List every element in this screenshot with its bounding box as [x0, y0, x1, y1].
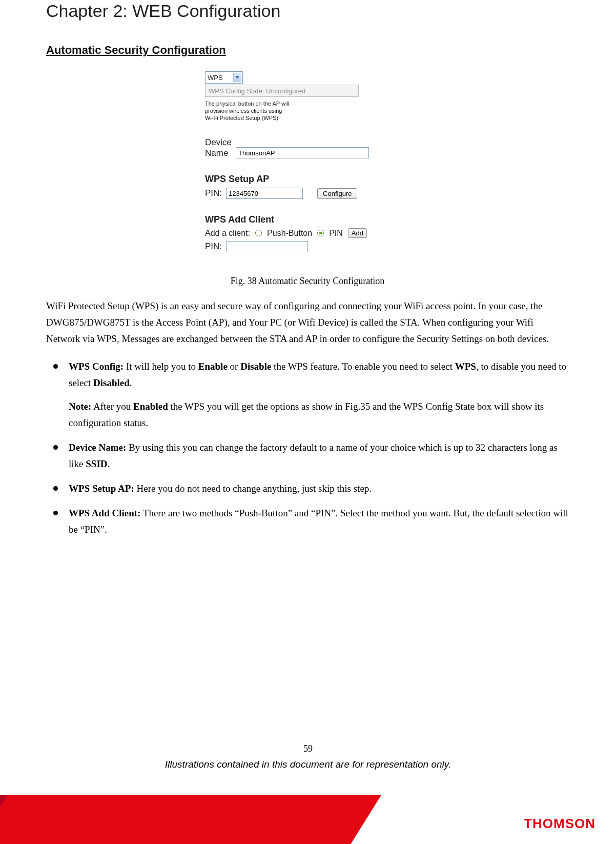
t: Here you do not need to change anything,…: [134, 483, 372, 494]
add-client-label: Add a client:: [205, 229, 250, 238]
device-name-row: Device Name: [205, 137, 410, 158]
bullet-label: WPS Add Client:: [69, 508, 140, 518]
note-label: Note:: [69, 401, 91, 412]
chapter-title: Chapter 2: WEB Configuration: [46, 1, 569, 21]
content-area: Chapter 2: WEB Configuration Automatic S…: [46, 0, 569, 546]
chevron-down-icon: [233, 73, 241, 82]
wps-client-pin-row: PIN:: [205, 241, 410, 252]
wps-setup-ap-heading: WPS Setup AP: [205, 174, 410, 185]
wps-add-client-row: Add a client: Push-Button PIN Add: [205, 228, 410, 238]
wps-hint-text: The physical button on the AP will provi…: [205, 100, 328, 122]
t: .: [108, 458, 110, 469]
push-button-radio-label: Push-Button: [267, 229, 312, 238]
t: It will help you to: [124, 361, 198, 372]
wps-config-select[interactable]: WPS: [205, 71, 243, 84]
device-label-line: Device: [205, 137, 232, 148]
hint-line: provision wireless clients using: [205, 107, 328, 114]
bullet-label: Device Name:: [69, 442, 126, 453]
bullet-list: WPS Config: It will help you to Enable o…: [46, 358, 569, 538]
wps-setup-pin-row: PIN: Configure: [205, 188, 410, 199]
figure-caption: Fig. 38 Automatic Security Configuration: [46, 276, 569, 287]
bullet-device-name: Device Name: By using this you can chang…: [46, 439, 569, 472]
wps-client-pin-label: PIN:: [205, 242, 222, 252]
wps-client-pin-input[interactable]: [226, 241, 308, 252]
pin-radio[interactable]: [317, 230, 324, 236]
bullet-wps-setup-ap: WPS Setup AP: Here you do not need to ch…: [46, 480, 569, 497]
device-name-label: Device Name: [205, 137, 232, 158]
hint-line: The physical button on the AP will: [205, 100, 328, 107]
section-title: Automatic Security Configuration: [46, 44, 569, 57]
hint-line: Wi-Fi Protected Setup (WPS): [205, 114, 328, 122]
device-name-input[interactable]: [236, 147, 369, 158]
footer-shape-light: [0, 795, 386, 844]
add-button[interactable]: Add: [348, 228, 367, 238]
configure-button[interactable]: Configure: [317, 188, 357, 199]
device-label-line: Name: [205, 148, 232, 158]
bullet-label: WPS Setup AP:: [69, 483, 134, 494]
page: Chapter 2: WEB Configuration Automatic S…: [0, 0, 616, 844]
intro-paragraph: WiFi Protected Setup (WPS) is an easy an…: [46, 298, 569, 347]
t: After you: [91, 401, 133, 412]
t: .: [130, 377, 132, 388]
figure-wrap: WPS WPS Config State: Unconfigured The p…: [46, 71, 569, 287]
bullet-label: WPS Config:: [69, 361, 124, 372]
bullet-wps-config: WPS Config: It will help you to Enable o…: [46, 358, 569, 431]
t: There are two methods “Push-Button” and …: [69, 508, 568, 535]
wps-setup-pin-input[interactable]: [226, 188, 303, 199]
t: By using this you can change the factory…: [69, 442, 558, 469]
bullet-wps-add-client: WPS Add Client: There are two methods “P…: [46, 505, 569, 538]
pin-radio-label: PIN: [329, 229, 343, 238]
emph: WPS: [455, 361, 476, 372]
wps-config-state-box: WPS Config State: Unconfigured: [205, 85, 359, 97]
wps-setup-pin-label: PIN:: [205, 188, 222, 198]
wps-ui-panel: WPS WPS Config State: Unconfigured The p…: [205, 71, 410, 252]
wps-add-client-heading: WPS Add Client: [205, 214, 410, 225]
wps-config-select-value: WPS: [208, 74, 223, 82]
emph: Disable: [240, 361, 271, 372]
emph: Enable: [198, 361, 228, 372]
footer-disclaimer: Illustrations contained in this document…: [0, 759, 616, 770]
emph: Enabled: [133, 401, 168, 412]
page-number: 59: [0, 743, 616, 754]
t: or: [228, 361, 240, 372]
push-button-radio[interactable]: [255, 230, 262, 236]
brand-logo: THOMSON: [524, 816, 596, 832]
bullet-note: Note: After you Enabled the WPS you will…: [69, 398, 569, 431]
footer-band: THOMSON: [0, 795, 616, 844]
emph: SSID: [86, 458, 107, 469]
t: the WPS feature. To enable you need to s…: [271, 361, 455, 372]
emph: Disabled: [93, 377, 130, 388]
